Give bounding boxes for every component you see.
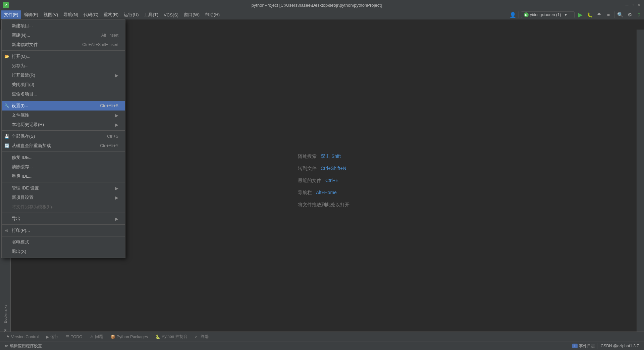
hint-recent-shortcut: Ctrl+E (325, 178, 338, 183)
hint-search-shortcut: 双击 Shift (321, 154, 341, 160)
tab-terminal[interactable]: >_ 终端 (192, 333, 212, 341)
menu-vcs[interactable]: VCS(S) (161, 11, 181, 19)
dropdown-new-label: 新建(N)... (12, 32, 30, 38)
dropdown-save-as-label: 另存为... (12, 63, 29, 69)
local-history-arrow: ▶ (115, 122, 118, 127)
dropdown-exit[interactable]: 退出(X) (2, 247, 125, 256)
debug-button[interactable]: 🐛 (586, 11, 593, 18)
menu-view[interactable]: 视图(V) (41, 10, 61, 19)
dropdown-new-project-label: 新建项目... (12, 23, 33, 29)
title-text: pythonProject [C:\Users\hasee\Desktop\se… (9, 3, 625, 8)
dropdown-close-project[interactable]: 关闭项目(J) (2, 80, 125, 89)
dropdown-manage-ide[interactable]: 管理 IDE 设置 ▶ (2, 183, 125, 193)
run-config-icon: ▶ (524, 12, 529, 17)
dropdown-reload-label: 从磁盘全部重新加载 (12, 143, 51, 149)
dropdown-save-as[interactable]: 另存为... (2, 61, 125, 71)
bottom-tab-bar: ⚑ Version Control ▶ 运行 ☰ TODO ⚠ 问题 📦 Pyt… (0, 332, 644, 342)
menu-run[interactable]: 运行(U) (121, 10, 141, 19)
terminal-icon: >_ (195, 335, 200, 339)
dropdown-settings[interactable]: 🔧 设置(I)... Ctrl+Alt+S (2, 101, 125, 111)
stop-button[interactable]: ■ (605, 11, 612, 18)
dropdown-invalidate-caches[interactable]: 清除缓存... (2, 162, 125, 172)
dropdown-export[interactable]: 导出 ▶ (2, 214, 125, 223)
help-button[interactable]: ? (635, 11, 643, 18)
python-packages-icon: 📦 (110, 335, 115, 339)
status-event-log[interactable]: 1 事件日志 (570, 343, 597, 349)
menu-window[interactable]: 窗口(W) (181, 10, 202, 19)
hint-drag-drop: 将文件拖放到此处以打开 (298, 202, 350, 208)
search-everywhere-button[interactable]: 🔍 (616, 11, 624, 18)
run-tab-icon: ▶ (46, 335, 49, 339)
dropdown-save-all-shortcut: Ctrl+S (107, 134, 118, 139)
menu-help[interactable]: 帮助(H) (202, 10, 222, 19)
tab-python-console[interactable]: 🐍 Python 控制台 (152, 333, 191, 341)
status-csdn[interactable]: CSDN @cziphat1.3.7 (599, 344, 641, 348)
tab-python-packages-label: Python Packages (117, 335, 148, 339)
dropdown-new-shortcut: Alt+Insert (101, 33, 118, 38)
dropdown-print[interactable]: 🖨 打印(P)... (2, 226, 125, 235)
tab-version-control-label: Version Control (11, 335, 39, 339)
tab-todo[interactable]: ☰ TODO (62, 333, 86, 341)
tab-python-console-label: Python 控制台 (162, 334, 187, 340)
dropdown-file-props[interactable]: 文件属性 ▶ (2, 111, 125, 120)
dropdown-save-as-template-label: 将文件另存为模板(L)... (12, 204, 56, 210)
settings-button[interactable]: ⚙ (626, 11, 633, 18)
file-menu-dropdown: 新建项目... 新建(N)... Alt+Insert 新建临时文件 Ctrl+… (1, 19, 125, 258)
dropdown-power-save[interactable]: 省电模式 (2, 237, 125, 247)
dropdown-open[interactable]: 📂 打开(O)... (2, 52, 125, 61)
dropdown-repair-ide[interactable]: 修复 IDE... (2, 153, 125, 162)
tab-version-control[interactable]: ⚑ Version Control (3, 333, 42, 341)
dropdown-power-save-label: 省电模式 (12, 239, 29, 245)
editor-hints: 随处搜索 双击 Shift 转到文件 Ctrl+Shift+N 最近的文件 Ct… (298, 154, 350, 208)
separator-3 (2, 130, 125, 131)
separator-2 (2, 100, 125, 100)
menu-tools[interactable]: 工具(T) (141, 10, 161, 19)
hint-nav-label: 导航栏 (298, 190, 312, 196)
run-config[interactable]: ▶ yidongxiaoren (1) ▼ (521, 11, 575, 18)
hint-drag-drop-label: 将文件拖放到此处以打开 (298, 202, 350, 208)
run-button[interactable]: ▶ (577, 11, 584, 18)
menu-refactor[interactable]: 重构(R) (101, 10, 121, 19)
menu-file[interactable]: 文件(F) (1, 10, 21, 19)
bookmarks-label[interactable]: Bookmarks (3, 302, 8, 326)
hint-search: 随处搜索 双击 Shift (298, 154, 350, 160)
dropdown-restart-ide[interactable]: 重启 IDE... (2, 172, 125, 181)
hint-recent-label: 最近的文件 (298, 178, 321, 184)
dropdown-open-recent[interactable]: 打开最近(R) ▶ (2, 71, 125, 80)
new-project-settings-arrow: ▶ (115, 195, 118, 200)
dropdown-reload[interactable]: 🔄 从磁盘全部重新加载 Ctrl+Alt+Y (2, 141, 125, 150)
hint-goto-file-shortcut: Ctrl+Shift+N (321, 166, 346, 171)
right-sidebar (637, 30, 644, 340)
dropdown-open-label: 打开(O)... (12, 53, 31, 59)
hint-nav-shortcut: Alt+Home (316, 190, 337, 195)
version-control-icon: ⚑ (6, 335, 10, 339)
profile-button[interactable]: 👤 (509, 11, 517, 18)
dropdown-new-temp[interactable]: 新建临时文件 Ctrl+Alt+Shift+Insert (2, 40, 125, 49)
run-config-label: yidongxiaoren (1) (530, 12, 561, 17)
maximize-button[interactable]: □ (631, 3, 635, 7)
tab-problems[interactable]: ⚠ 问题 (87, 333, 106, 341)
close-button[interactable]: ✕ (637, 3, 641, 7)
tab-run-label: 运行 (50, 334, 58, 340)
dropdown-local-history[interactable]: 本地历史记录(H) ▶ (2, 120, 125, 129)
menu-edit[interactable]: 编辑(E) (21, 10, 41, 19)
svg-text:P: P (5, 3, 7, 7)
run-with-coverage-button[interactable]: ☂ (595, 11, 603, 18)
dropdown-rename-project[interactable]: 重命名项目... (2, 89, 125, 99)
reload-icon: 🔄 (4, 143, 9, 148)
tab-python-packages[interactable]: 📦 Python Packages (107, 333, 151, 341)
dropdown-new-project-settings[interactable]: 新项目设置 ▶ (2, 193, 125, 202)
window-controls: — □ ✕ (625, 3, 641, 7)
dropdown-settings-label: 设置(I)... (12, 103, 28, 109)
edit-settings-icon: ✏ (5, 344, 8, 348)
dropdown-new[interactable]: 新建(N)... Alt+Insert (2, 31, 125, 40)
separator-4 (2, 151, 125, 152)
menu-code[interactable]: 代码(C) (81, 10, 101, 19)
tab-run[interactable]: ▶ 运行 (43, 333, 62, 341)
status-edit-settings[interactable]: ✏ 编辑应用程序设置 (3, 342, 44, 350)
dropdown-save-all[interactable]: 💾 全部保存(S) Ctrl+S (2, 132, 125, 141)
minimize-button[interactable]: — (625, 3, 629, 7)
menu-nav[interactable]: 导航(N) (61, 10, 81, 19)
dropdown-new-project[interactable]: 新建项目... (2, 21, 125, 31)
print-icon: 🖨 (4, 228, 8, 233)
